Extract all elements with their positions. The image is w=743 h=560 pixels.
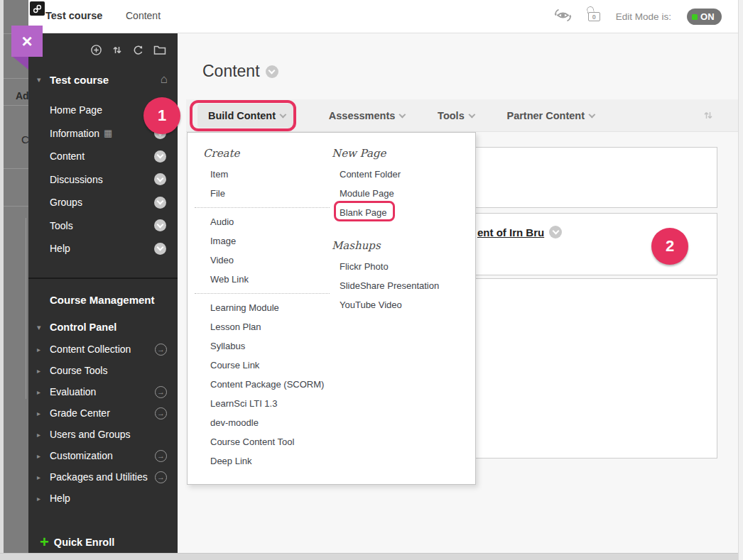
refresh-icon[interactable]: [132, 44, 144, 56]
menu-item-course-link[interactable]: Course Link: [203, 356, 340, 375]
menu-item-image[interactable]: Image: [203, 231, 340, 251]
build-content-button[interactable]: Build Content: [197, 104, 296, 128]
collapse-icon[interactable]: ▾: [37, 75, 48, 84]
menu-item-youtube-video[interactable]: YouTube Video: [332, 295, 470, 314]
chevron-down-icon[interactable]: [154, 150, 166, 163]
permalink-icon[interactable]: [30, 1, 45, 16]
blackboard-page: Ad C × Test course Content: [0, 0, 743, 560]
chevron-down-icon[interactable]: [154, 243, 166, 255]
control-panel-header[interactable]: ▾ Control Panel: [28, 317, 178, 337]
window-edge: [0, 0, 4, 560]
close-icon: ×: [21, 31, 32, 53]
menu-item-audio[interactable]: Audio: [203, 212, 340, 231]
chevron-down-icon[interactable]: [154, 173, 166, 185]
menu-item-file[interactable]: File: [203, 184, 340, 203]
chevron-down-icon[interactable]: [154, 197, 166, 209]
cp-item-customization[interactable]: ▸ Customization →: [28, 445, 178, 466]
sidebar-item-help[interactable]: Help: [28, 237, 178, 260]
menu-item-web-link[interactable]: Web Link: [203, 270, 340, 289]
menu-item-lesson-plan[interactable]: Lesson Plan: [203, 317, 340, 336]
arrow-right-circle-icon[interactable]: →: [155, 407, 167, 419]
sidebar-item-discussions[interactable]: Discussions: [28, 168, 178, 192]
assessments-button[interactable]: Assessments: [329, 110, 405, 121]
quick-enroll-button[interactable]: + Quick Enroll: [40, 530, 114, 554]
window-right-edge: [738, 0, 743, 560]
triangle-right-icon: ▸: [37, 367, 50, 375]
menu-item-blank-page[interactable]: Blank Page: [332, 203, 470, 222]
dotted-divider: [195, 203, 330, 212]
dropdown-create-column: Create Item File Audio Image Video Web L…: [203, 142, 340, 471]
menu-item-course-content-tool[interactable]: Course Content Tool: [203, 432, 340, 451]
menu-item-flickr-photo[interactable]: Flickr Photo: [332, 257, 470, 276]
sidebar-item-tools[interactable]: Tools: [28, 214, 178, 238]
reorder-icon[interactable]: [703, 109, 714, 124]
cp-item-help[interactable]: ▸ Help: [28, 488, 178, 509]
page-title: Content: [202, 62, 260, 81]
triangle-right-icon: ▸: [37, 388, 50, 396]
chevron-down-icon: [399, 111, 406, 118]
cp-item-evaluation[interactable]: ▸ Evaluation →: [28, 381, 178, 402]
plus-icon: +: [40, 534, 49, 550]
menu-item-deep-link[interactable]: Deep Link: [203, 451, 340, 471]
spacer: [332, 222, 470, 234]
arrow-right-circle-icon[interactable]: →: [155, 450, 167, 462]
menu-item-module-page[interactable]: Module Page: [332, 184, 470, 203]
arrow-right-circle-icon[interactable]: →: [155, 386, 167, 398]
menu-item-item[interactable]: Item: [203, 165, 340, 184]
tools-button[interactable]: Tools: [438, 110, 474, 121]
sidebar-divider: [28, 278, 178, 279]
sidebar-item-groups[interactable]: Groups: [28, 191, 178, 214]
lock-count: 0: [592, 13, 596, 21]
collapse-icon[interactable]: ▾: [37, 323, 48, 332]
underlay-line: [4, 78, 28, 79]
edit-mode-toggle[interactable]: ON: [687, 9, 722, 25]
menu-item-video[interactable]: Video: [203, 251, 340, 270]
menu-item-learning-module[interactable]: Learning Module: [203, 298, 340, 317]
menu-item-learnsci-lti[interactable]: LearnSci LTI 1.3: [203, 394, 340, 413]
build-content-dropdown: Create Item File Audio Image Video Web L…: [187, 132, 476, 485]
menu-item-content-folder[interactable]: Content Folder: [332, 165, 470, 184]
cp-item-grade-center[interactable]: ▸ Grade Center →: [28, 402, 178, 424]
cp-item-packages-and-utilities[interactable]: ▸ Packages and Utilities →: [28, 466, 178, 488]
content-main: Content Build Content Assessments Tools …: [178, 33, 738, 553]
menu-item-slideshare-presentation[interactable]: SlideShare Presentation: [332, 276, 470, 295]
breadcrumb-course[interactable]: Test course: [45, 10, 102, 21]
cp-item-users-and-groups[interactable]: ▸ Users and Groups: [28, 424, 178, 445]
dotted-divider: [195, 289, 330, 298]
triangle-right-icon: ▸: [37, 495, 50, 503]
arrow-right-circle-icon[interactable]: →: [155, 471, 167, 483]
edit-mode-green-dot: [692, 14, 698, 20]
action-bar: Build Content Assessments Tools Partner …: [186, 99, 738, 132]
content-item-link[interactable]: ent of Irn Bru: [477, 226, 544, 238]
menu-item-content-package-scorm[interactable]: Content Package (SCORM): [203, 375, 340, 394]
cp-item-course-tools[interactable]: ▸ Course Tools: [28, 360, 178, 381]
sidebar-item-content[interactable]: Content: [28, 145, 178, 168]
underlay-text-fragment: Ad: [16, 90, 28, 101]
page-title-row: Content: [202, 62, 278, 81]
close-button[interactable]: ×: [11, 26, 43, 57]
dropdown-header-create: Create: [203, 142, 340, 165]
folder-icon[interactable]: [153, 45, 166, 55]
triangle-right-icon: ▸: [37, 410, 50, 417]
chevron-down-icon[interactable]: [549, 226, 562, 238]
add-menu-item-icon[interactable]: [90, 44, 102, 56]
top-bar: Test course Content 0 Edit Mode is:: [28, 0, 738, 33]
reorder-icon[interactable]: [112, 44, 123, 56]
arrow-right-circle-icon[interactable]: →: [155, 344, 167, 356]
menu-item-dev-moodle[interactable]: dev-moodle: [203, 413, 340, 432]
lock-icon[interactable]: 0: [588, 12, 600, 21]
course-menu-header[interactable]: ▾ Test course ⌂: [28, 67, 178, 92]
edit-mode-label: Edit Mode is:: [616, 11, 671, 22]
cp-item-content-collection[interactable]: ▸ Content Collection →: [28, 339, 178, 360]
sidebar-toolbar: [28, 33, 178, 66]
grid-icon: ▦: [104, 128, 112, 138]
home-icon[interactable]: ⌂: [161, 72, 168, 87]
partner-content-button[interactable]: Partner Content: [506, 110, 594, 121]
chevron-down-icon[interactable]: [266, 65, 278, 78]
underlay-line: [4, 168, 28, 169]
dropdown-header-new-page: New Page: [332, 142, 470, 165]
student-preview-icon[interactable]: [553, 8, 573, 26]
triangle-right-icon: ▸: [37, 346, 50, 353]
chevron-down-icon[interactable]: [154, 219, 166, 231]
menu-item-syllabus[interactable]: Syllabus: [203, 336, 340, 356]
